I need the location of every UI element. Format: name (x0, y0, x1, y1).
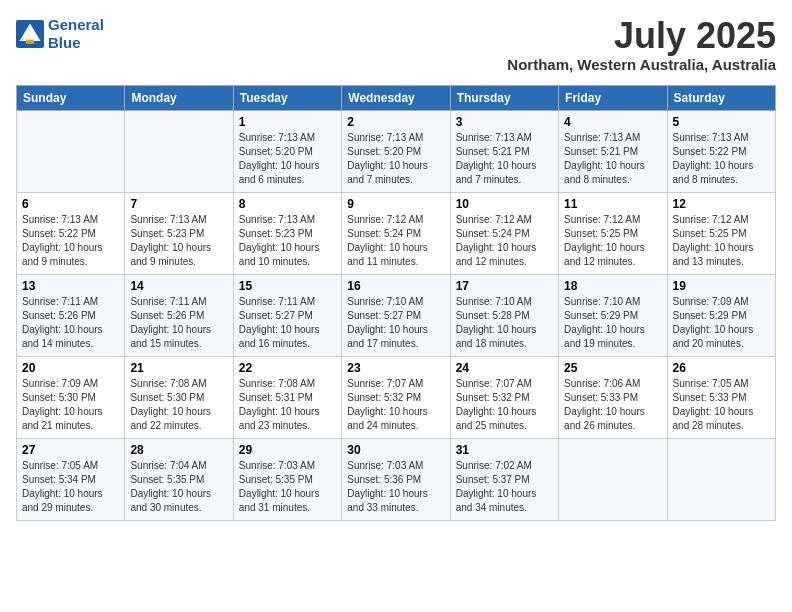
logo-line2: Blue (48, 34, 81, 51)
logo-text: General Blue (48, 16, 104, 52)
day-info: Sunrise: 7:13 AM Sunset: 5:21 PM Dayligh… (456, 131, 553, 187)
day-number: 7 (130, 197, 227, 211)
day-info: Sunrise: 7:13 AM Sunset: 5:23 PM Dayligh… (239, 213, 336, 269)
day-info: Sunrise: 7:04 AM Sunset: 5:35 PM Dayligh… (130, 459, 227, 515)
calendar-week-row: 1Sunrise: 7:13 AM Sunset: 5:20 PM Daylig… (17, 110, 776, 192)
day-number: 15 (239, 279, 336, 293)
day-info: Sunrise: 7:13 AM Sunset: 5:22 PM Dayligh… (22, 213, 119, 269)
day-info: Sunrise: 7:13 AM Sunset: 5:20 PM Dayligh… (239, 131, 336, 187)
day-number: 28 (130, 443, 227, 457)
logo: General Blue (16, 16, 104, 52)
day-number: 26 (673, 361, 770, 375)
logo-icon (16, 20, 44, 48)
day-number: 20 (22, 361, 119, 375)
title-block: July 2025 Northam, Western Australia, Au… (507, 16, 776, 73)
day-number: 21 (130, 361, 227, 375)
day-number: 14 (130, 279, 227, 293)
day-info: Sunrise: 7:07 AM Sunset: 5:32 PM Dayligh… (347, 377, 444, 433)
day-number: 8 (239, 197, 336, 211)
day-info: Sunrise: 7:10 AM Sunset: 5:29 PM Dayligh… (564, 295, 661, 351)
day-number: 13 (22, 279, 119, 293)
day-info: Sunrise: 7:12 AM Sunset: 5:25 PM Dayligh… (564, 213, 661, 269)
calendar-cell (125, 110, 233, 192)
calendar-cell: 28Sunrise: 7:04 AM Sunset: 5:35 PM Dayli… (125, 438, 233, 520)
calendar-cell: 24Sunrise: 7:07 AM Sunset: 5:32 PM Dayli… (450, 356, 558, 438)
day-number: 1 (239, 115, 336, 129)
day-info: Sunrise: 7:13 AM Sunset: 5:20 PM Dayligh… (347, 131, 444, 187)
calendar-cell: 8Sunrise: 7:13 AM Sunset: 5:23 PM Daylig… (233, 192, 341, 274)
day-number: 16 (347, 279, 444, 293)
weekday-header-row: SundayMondayTuesdayWednesdayThursdayFrid… (17, 85, 776, 110)
calendar-cell: 25Sunrise: 7:06 AM Sunset: 5:33 PM Dayli… (559, 356, 667, 438)
calendar-cell: 1Sunrise: 7:13 AM Sunset: 5:20 PM Daylig… (233, 110, 341, 192)
weekday-header: Monday (125, 85, 233, 110)
calendar-week-row: 20Sunrise: 7:09 AM Sunset: 5:30 PM Dayli… (17, 356, 776, 438)
day-number: 22 (239, 361, 336, 375)
day-info: Sunrise: 7:10 AM Sunset: 5:28 PM Dayligh… (456, 295, 553, 351)
calendar-cell: 13Sunrise: 7:11 AM Sunset: 5:26 PM Dayli… (17, 274, 125, 356)
page-header: General Blue July 2025 Northam, Western … (16, 16, 776, 73)
calendar-cell: 5Sunrise: 7:13 AM Sunset: 5:22 PM Daylig… (667, 110, 775, 192)
calendar-cell: 29Sunrise: 7:03 AM Sunset: 5:35 PM Dayli… (233, 438, 341, 520)
day-number: 24 (456, 361, 553, 375)
calendar-cell: 19Sunrise: 7:09 AM Sunset: 5:29 PM Dayli… (667, 274, 775, 356)
calendar-cell: 17Sunrise: 7:10 AM Sunset: 5:28 PM Dayli… (450, 274, 558, 356)
calendar-cell (559, 438, 667, 520)
day-number: 3 (456, 115, 553, 129)
day-info: Sunrise: 7:05 AM Sunset: 5:33 PM Dayligh… (673, 377, 770, 433)
day-info: Sunrise: 7:08 AM Sunset: 5:30 PM Dayligh… (130, 377, 227, 433)
calendar-cell: 12Sunrise: 7:12 AM Sunset: 5:25 PM Dayli… (667, 192, 775, 274)
day-number: 18 (564, 279, 661, 293)
day-info: Sunrise: 7:12 AM Sunset: 5:24 PM Dayligh… (456, 213, 553, 269)
day-info: Sunrise: 7:11 AM Sunset: 5:26 PM Dayligh… (130, 295, 227, 351)
calendar-cell (667, 438, 775, 520)
day-info: Sunrise: 7:13 AM Sunset: 5:22 PM Dayligh… (673, 131, 770, 187)
day-info: Sunrise: 7:12 AM Sunset: 5:25 PM Dayligh… (673, 213, 770, 269)
weekday-header: Sunday (17, 85, 125, 110)
day-info: Sunrise: 7:09 AM Sunset: 5:30 PM Dayligh… (22, 377, 119, 433)
day-number: 31 (456, 443, 553, 457)
day-info: Sunrise: 7:05 AM Sunset: 5:34 PM Dayligh… (22, 459, 119, 515)
calendar-cell: 3Sunrise: 7:13 AM Sunset: 5:21 PM Daylig… (450, 110, 558, 192)
calendar-cell: 2Sunrise: 7:13 AM Sunset: 5:20 PM Daylig… (342, 110, 450, 192)
day-number: 17 (456, 279, 553, 293)
day-info: Sunrise: 7:02 AM Sunset: 5:37 PM Dayligh… (456, 459, 553, 515)
calendar-cell: 4Sunrise: 7:13 AM Sunset: 5:21 PM Daylig… (559, 110, 667, 192)
weekday-header: Saturday (667, 85, 775, 110)
calendar-week-row: 27Sunrise: 7:05 AM Sunset: 5:34 PM Dayli… (17, 438, 776, 520)
calendar-cell: 7Sunrise: 7:13 AM Sunset: 5:23 PM Daylig… (125, 192, 233, 274)
weekday-header: Tuesday (233, 85, 341, 110)
day-info: Sunrise: 7:13 AM Sunset: 5:23 PM Dayligh… (130, 213, 227, 269)
day-number: 5 (673, 115, 770, 129)
calendar-cell: 30Sunrise: 7:03 AM Sunset: 5:36 PM Dayli… (342, 438, 450, 520)
day-number: 25 (564, 361, 661, 375)
day-number: 9 (347, 197, 444, 211)
calendar-table: SundayMondayTuesdayWednesdayThursdayFrid… (16, 85, 776, 521)
calendar-cell: 16Sunrise: 7:10 AM Sunset: 5:27 PM Dayli… (342, 274, 450, 356)
day-number: 11 (564, 197, 661, 211)
day-number: 10 (456, 197, 553, 211)
weekday-header: Friday (559, 85, 667, 110)
calendar-cell: 27Sunrise: 7:05 AM Sunset: 5:34 PM Dayli… (17, 438, 125, 520)
calendar-cell: 9Sunrise: 7:12 AM Sunset: 5:24 PM Daylig… (342, 192, 450, 274)
calendar-week-row: 13Sunrise: 7:11 AM Sunset: 5:26 PM Dayli… (17, 274, 776, 356)
day-info: Sunrise: 7:11 AM Sunset: 5:26 PM Dayligh… (22, 295, 119, 351)
calendar-cell: 6Sunrise: 7:13 AM Sunset: 5:22 PM Daylig… (17, 192, 125, 274)
day-number: 12 (673, 197, 770, 211)
calendar-cell: 15Sunrise: 7:11 AM Sunset: 5:27 PM Dayli… (233, 274, 341, 356)
svg-rect-2 (26, 40, 34, 44)
calendar-cell: 18Sunrise: 7:10 AM Sunset: 5:29 PM Dayli… (559, 274, 667, 356)
calendar-cell: 11Sunrise: 7:12 AM Sunset: 5:25 PM Dayli… (559, 192, 667, 274)
weekday-header: Wednesday (342, 85, 450, 110)
calendar-cell: 10Sunrise: 7:12 AM Sunset: 5:24 PM Dayli… (450, 192, 558, 274)
day-info: Sunrise: 7:12 AM Sunset: 5:24 PM Dayligh… (347, 213, 444, 269)
day-number: 6 (22, 197, 119, 211)
day-info: Sunrise: 7:11 AM Sunset: 5:27 PM Dayligh… (239, 295, 336, 351)
day-number: 4 (564, 115, 661, 129)
calendar-cell: 20Sunrise: 7:09 AM Sunset: 5:30 PM Dayli… (17, 356, 125, 438)
day-number: 27 (22, 443, 119, 457)
day-number: 29 (239, 443, 336, 457)
calendar-cell: 22Sunrise: 7:08 AM Sunset: 5:31 PM Dayli… (233, 356, 341, 438)
day-info: Sunrise: 7:13 AM Sunset: 5:21 PM Dayligh… (564, 131, 661, 187)
day-info: Sunrise: 7:10 AM Sunset: 5:27 PM Dayligh… (347, 295, 444, 351)
